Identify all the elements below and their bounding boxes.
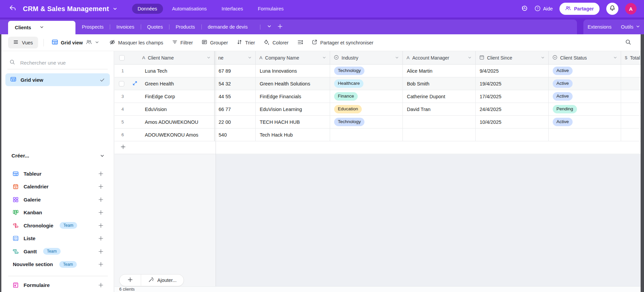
cell-total[interactable] (621, 90, 641, 103)
cell-company-name[interactable]: TECH HACH HUB (256, 116, 330, 129)
column-header-client-name[interactable]: AClient Name (115, 51, 215, 65)
cell-client-name[interactable]: 6ADOUWEKONOU Amos (115, 129, 215, 141)
cell-client-status[interactable]: Pending (549, 103, 621, 116)
add-view-plus-icon[interactable] (98, 249, 104, 254)
column-header-total[interactable]: $Total (621, 51, 641, 65)
cell-company-name[interactable]: Green Health Solutions (256, 77, 330, 90)
cell-total[interactable] (621, 129, 641, 141)
more-tables-button[interactable] (264, 22, 274, 32)
column-header-client-status[interactable]: Client Status (549, 51, 621, 65)
add-table-button[interactable] (275, 22, 285, 32)
views-sidebar-toggle[interactable]: Vues (8, 37, 38, 48)
filter-button[interactable]: Filtrer (168, 37, 197, 48)
row-checkbox[interactable] (119, 81, 124, 86)
cell-account-manager[interactable] (403, 129, 476, 141)
cell-industry[interactable]: Technology (330, 116, 403, 129)
ajouter-button[interactable]: Ajouter... (141, 277, 184, 284)
sidebar-item-chronologie[interactable]: ChronologieTeam (5, 219, 110, 232)
window-edge-scrollbar[interactable] (641, 34, 644, 292)
topnav-automatisations[interactable]: Automatisations (166, 4, 213, 14)
cell-company-name[interactable]: EduVision Learning (256, 103, 330, 116)
tab-demande-de-devis[interactable]: demande de devis (201, 20, 254, 34)
help-button[interactable]: ? Aide (535, 5, 553, 12)
table-row[interactable]: 4EduVision66 77EduVision LearningEducati… (115, 103, 641, 116)
cell-industry[interactable] (330, 129, 403, 141)
cell-client-name[interactable]: 1Luna Tech (115, 65, 215, 77)
cell-phone[interactable]: 54 32 (215, 77, 256, 90)
tab-products[interactable]: Products (169, 20, 201, 34)
cell-client-status[interactable]: Active (549, 90, 621, 103)
cell-client-status[interactable]: Active (549, 77, 621, 90)
cell-phone[interactable]: 44 55 (215, 90, 256, 103)
column-header-phone[interactable]: ne (215, 51, 256, 65)
sidebar-item-tableur[interactable]: Tableur (5, 167, 110, 180)
add-view-plus-icon[interactable] (98, 282, 104, 288)
add-record-button[interactable] (120, 275, 141, 286)
search-records-button[interactable] (623, 38, 633, 48)
column-header-account-manager[interactable]: AAccount Manager (403, 51, 476, 65)
topnav-formulaires[interactable]: Formulaires (252, 4, 289, 14)
cell-client-since[interactable]: 19/4/2025 (476, 77, 549, 90)
share-sync-button[interactable]: Partager et synchroniser (308, 37, 378, 48)
cell-phone[interactable]: 22 00 (215, 116, 256, 129)
cell-industry[interactable]: Healthcare (330, 77, 403, 90)
sidebar-item-galerie[interactable]: Galerie (5, 193, 110, 206)
sidebar-item-calendrier[interactable]: 31Calendrier (5, 180, 110, 193)
tab-clients[interactable]: Clients (8, 21, 75, 34)
view-search-input[interactable] (20, 60, 106, 66)
cell-client-status[interactable] (549, 129, 621, 141)
cell-client-since[interactable]: 17/4/2025 (476, 90, 549, 103)
add-view-plus-icon[interactable] (98, 235, 104, 241)
cell-industry[interactable]: Finance (330, 90, 403, 103)
cell-account-manager[interactable]: Catherine Dupont (403, 90, 476, 103)
hide-fields-button[interactable]: Masquer les champs (105, 37, 168, 49)
cell-phone[interactable]: 66 77 (215, 103, 256, 116)
expand-record-icon[interactable] (132, 81, 137, 87)
add-view-plus-icon[interactable] (98, 210, 104, 215)
add-view-plus-icon[interactable] (98, 261, 104, 267)
cell-client-since[interactable]: 24/4/2025 (476, 103, 549, 116)
cell-client-status[interactable]: Active (549, 116, 621, 129)
color-button[interactable]: Colorer (259, 37, 293, 49)
cell-client-name[interactable]: 5Amos ADOUWEKONOU (115, 116, 215, 129)
sidebar-item-liste[interactable]: Liste (5, 232, 110, 245)
add-view-plus-icon[interactable] (98, 184, 104, 189)
cell-client-name[interactable]: 4EduVision (115, 103, 215, 116)
column-header-industry[interactable]: Industry (330, 51, 403, 65)
tools-button[interactable]: Outils (621, 24, 640, 30)
sort-button[interactable]: Trier (232, 37, 259, 48)
current-view-button[interactable]: Grid view (49, 36, 102, 49)
notifications-button[interactable] (606, 3, 618, 15)
cell-client-since[interactable]: 10/4/2025 (476, 116, 549, 129)
table-row[interactable]: 1Luna Tech67 89Luna InnovationsTechnolog… (115, 65, 641, 77)
cell-account-manager[interactable]: Bob Smith (403, 77, 476, 90)
group-button[interactable]: Grouper (197, 37, 232, 48)
cell-account-manager[interactable] (403, 116, 476, 129)
cell-total[interactable] (621, 103, 641, 116)
sidebar-item-nouvelle-section[interactable]: Nouvelle sectionTeam (5, 258, 110, 271)
tab-prospects[interactable]: Prospects (75, 20, 110, 34)
cell-industry[interactable]: Education (330, 103, 403, 116)
table-row[interactable]: 5Amos ADOUWEKONOU22 00TECH HACH HUBTechn… (115, 116, 641, 129)
cell-client-since[interactable] (476, 129, 549, 141)
tab-invoices[interactable]: Invoices (110, 20, 140, 34)
topnav-interfaces[interactable]: Interfaces (216, 4, 249, 14)
cell-company-name[interactable]: Luna Innovations (256, 65, 330, 77)
column-header-company-name[interactable]: ACompany Name (256, 51, 330, 65)
row-height-button[interactable] (293, 37, 308, 49)
sidebar-item-kanban[interactable]: Kanban (5, 206, 110, 219)
cell-total[interactable] (621, 116, 641, 129)
base-title[interactable]: CRM & Sales Management (23, 5, 117, 13)
select-all-checkbox[interactable] (119, 55, 125, 61)
topnav-donn-es[interactable]: Données (132, 4, 163, 14)
cell-total[interactable] (621, 65, 641, 77)
column-header-client-since[interactable]: Client Since (476, 51, 549, 65)
table-row[interactable]: 6ADOUWEKONOU Amos540Tech Hack Hub (115, 129, 641, 141)
share-button[interactable]: Partager (559, 3, 600, 15)
sidebar-item-gantt[interactable]: GanttTeam (5, 245, 110, 258)
cell-client-name[interactable]: Green Health (115, 77, 215, 90)
history-button[interactable] (521, 5, 528, 12)
add-view-plus-icon[interactable] (98, 171, 104, 177)
cell-account-manager[interactable]: David Tran (403, 103, 476, 116)
cell-company-name[interactable]: Tech Hack Hub (256, 129, 330, 141)
